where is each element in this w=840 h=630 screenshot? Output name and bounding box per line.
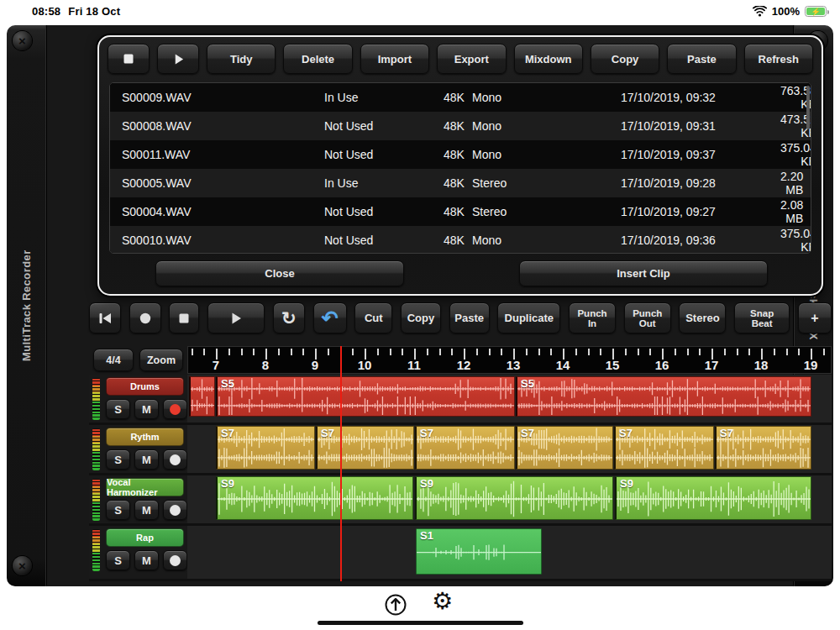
mute-button[interactable]: M (134, 550, 159, 570)
ruler-tick (476, 349, 478, 355)
mute-button[interactable]: M (134, 500, 159, 520)
audio-clip[interactable]: S7 (316, 426, 414, 470)
ruler-tick (774, 349, 775, 355)
audio-clip[interactable]: S7 (715, 426, 811, 470)
track-lane[interactable]: S7 S7 S7 S7 (187, 425, 832, 473)
audio-clip[interactable]: S9 (615, 476, 811, 520)
stop-button[interactable] (169, 302, 199, 333)
track-name-button[interactable]: Rap (106, 528, 184, 547)
file-row[interactable]: S00005.WAVIn Use48KStereo17/10/2019, 09:… (110, 169, 811, 197)
file-row[interactable]: S00009.WAVIn Use48KMono17/10/2019, 09:32… (110, 83, 811, 112)
track-name-button[interactable]: Rythm (106, 428, 184, 446)
track-name-button[interactable]: Drums (106, 377, 184, 396)
home-indicator[interactable] (318, 621, 523, 625)
import-button[interactable]: Import (360, 44, 429, 74)
audio-clip[interactable]: S1 (416, 528, 542, 575)
transport-toolbar: ↻ ↶ Cut Copy Paste Duplicate Punch In Pu… (89, 302, 832, 334)
record-button[interactable] (129, 302, 161, 333)
battery-icon: ⚡ (805, 6, 827, 17)
scrollbar[interactable] (806, 86, 810, 129)
zoom-button[interactable]: Zoom (139, 349, 183, 371)
file-date: 17/10/2019, 09:28 (621, 176, 780, 190)
share-upload-button[interactable] (382, 591, 409, 622)
track-lane[interactable]: S9 S9 S9 (187, 475, 832, 523)
audio-clip[interactable]: S9 (216, 476, 413, 520)
track-lane[interactable]: S5 S5 (187, 375, 832, 423)
vu-meter (92, 378, 100, 420)
record-arm-icon (170, 555, 181, 566)
playhead[interactable] (340, 346, 342, 581)
file-row[interactable]: S00010.WAVNot Used48KMono17/10/2019, 09:… (110, 226, 811, 254)
add-track-button[interactable]: + (798, 302, 832, 333)
undo-button[interactable]: ↶ (313, 302, 347, 333)
rewind-to-start-button[interactable] (89, 302, 121, 333)
play-button[interactable] (207, 302, 265, 333)
bar-number: 11 (407, 358, 421, 372)
bar-number: 18 (754, 358, 769, 372)
insert-clip-button[interactable]: Insert Clip (519, 260, 768, 286)
preview-stop-button[interactable] (108, 44, 150, 74)
ruler-tick (675, 349, 676, 355)
mute-button[interactable]: M (134, 449, 159, 470)
copy-file-button[interactable]: Copy (591, 44, 659, 74)
stereo-button[interactable]: Stereo (679, 302, 726, 333)
vu-meter (92, 479, 100, 521)
cut-button[interactable]: Cut (354, 302, 392, 333)
arm-record-button[interactable] (163, 399, 187, 419)
file-row[interactable]: S00004.WAVNot Used48KStereo17/10/2019, 0… (110, 197, 811, 226)
timeline-ruler[interactable]: 7 8 9 10 11 12 13 14 15 16 17 18 19 (187, 346, 832, 374)
tidy-button[interactable]: Tidy (207, 44, 276, 74)
track-area: Drums S M S5 (89, 375, 832, 581)
file-size: 2.20 MB (780, 170, 811, 197)
paste-button[interactable]: Paste (449, 302, 490, 333)
audio-clip[interactable]: S5 (216, 376, 515, 417)
preview-play-button[interactable] (157, 44, 199, 74)
file-rate: 48K (444, 176, 472, 190)
mute-button[interactable]: M (134, 399, 159, 419)
export-button[interactable]: Export (437, 44, 506, 74)
bar-number: 12 (457, 358, 471, 372)
track-lane[interactable]: S1 (187, 526, 832, 579)
solo-button[interactable]: S (106, 399, 130, 419)
file-row[interactable]: S00011.WAVNot Used48KMono17/10/2019, 09:… (110, 140, 811, 169)
file-rate: 48K (444, 148, 472, 161)
track-name-button[interactable]: Vocal Harmonizer (106, 478, 184, 496)
time-signature-button[interactable]: 4/4 (93, 349, 134, 371)
audio-clip[interactable]: S7 (415, 426, 515, 470)
arm-record-button[interactable] (163, 449, 187, 470)
audio-clip[interactable]: S7 (516, 426, 613, 470)
audio-clip[interactable]: S7 (216, 426, 315, 470)
audio-clip[interactable]: S7 (614, 426, 714, 470)
delete-button[interactable]: Delete (283, 44, 352, 74)
bottom-dock: ⚙ (0, 586, 840, 630)
file-row[interactable]: S00008.WAVNot Used48KMono17/10/2019, 09:… (110, 112, 811, 140)
snap-beat-button[interactable]: Snap Beat (734, 302, 790, 333)
refresh-button[interactable]: Refresh (744, 44, 813, 74)
record-arm-icon (170, 505, 181, 516)
punch-in-button[interactable]: Punch In (569, 302, 616, 333)
solo-button[interactable]: S (106, 449, 130, 470)
audio-clip[interactable] (189, 376, 215, 417)
file-size: 375.04 KB (780, 141, 811, 168)
paste-file-button[interactable]: Paste (667, 44, 736, 74)
audio-clip[interactable]: S5 (516, 376, 811, 417)
ruler-tick (265, 349, 267, 360)
left-rail: MultiTrack Recorder (7, 25, 47, 586)
status-datetime: 08:58Fri 18 Oct (32, 5, 128, 18)
track-row-rythm: Rythm S M S7 S7 (89, 425, 832, 475)
file-rate: 48K (444, 91, 472, 104)
bar-number: 9 (312, 358, 318, 372)
arm-record-button[interactable] (163, 500, 187, 520)
close-button[interactable]: Close (155, 260, 404, 286)
loop-button[interactable]: ↻ (273, 302, 305, 333)
audio-clip[interactable]: S9 (415, 476, 613, 520)
track-header: Drums S M (89, 375, 187, 423)
copy-button[interactable]: Copy (401, 302, 441, 333)
duplicate-button[interactable]: Duplicate (497, 302, 560, 333)
punch-out-button[interactable]: Punch Out (624, 302, 671, 333)
mixdown-button[interactable]: Mixdown (514, 44, 583, 74)
solo-button[interactable]: S (106, 550, 130, 570)
arm-record-button[interactable] (163, 550, 187, 570)
settings-button[interactable]: ⚙ (432, 588, 453, 615)
solo-button[interactable]: S (106, 500, 130, 520)
